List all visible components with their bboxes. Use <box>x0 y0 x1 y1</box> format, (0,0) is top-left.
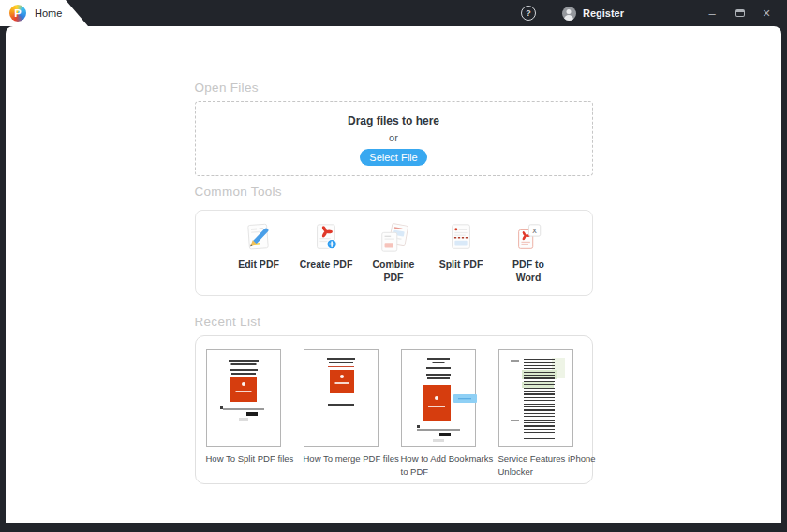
recent-thumbnail-merge-doc[interactable] <box>304 349 379 447</box>
combine-pdf-icon <box>375 222 412 254</box>
tool-label: Create PDF <box>300 258 353 271</box>
recent-item-label: How To Split PDF files <box>206 452 307 466</box>
tool-pdf-to-word[interactable]: x PDF to Word <box>501 222 556 295</box>
tab-home[interactable]: P Home <box>0 0 88 26</box>
recent-item[interactable]: How To merge PDF files <box>304 349 379 483</box>
app-logo-icon: P <box>9 5 26 22</box>
create-pdf-icon <box>307 222 345 254</box>
register-button[interactable]: Register <box>562 7 624 21</box>
maximize-button[interactable] <box>727 0 753 26</box>
tab-home-label: Home <box>35 7 62 19</box>
split-pdf-icon <box>442 222 480 254</box>
recent-thumbnail-toc-doc[interactable] <box>498 349 573 447</box>
maximize-icon <box>735 9 745 17</box>
open-files-title: Open Files <box>195 81 593 97</box>
or-text: or <box>389 132 398 143</box>
recent-item[interactable]: Service Features iPhone Unlocker <box>498 349 573 483</box>
titlebar: P Home ? Register – ✕ <box>0 0 787 26</box>
svg-text:x: x <box>532 226 537 235</box>
close-button[interactable]: ✕ <box>753 0 780 26</box>
recent-thumbnail-bookmarks-doc[interactable] <box>401 349 476 447</box>
main-panel: Open Files Drag files to here or Select … <box>6 26 781 523</box>
file-dropzone[interactable]: Drag files to here or Select File <box>195 101 593 176</box>
tool-label: Split PDF <box>439 258 483 271</box>
recent-item-label: How to Add Bookmarks to PDF <box>401 452 502 480</box>
tool-label: Edit PDF <box>238 258 279 271</box>
tool-edit-pdf[interactable]: Edit PDF <box>231 222 286 295</box>
recent-item-label: Service Features iPhone Unlocker <box>498 452 600 480</box>
tool-label: Combine PDF <box>366 258 421 284</box>
common-tools-title: Common Tools <box>195 185 593 201</box>
user-avatar-icon <box>562 7 576 21</box>
recent-thumbnail-split-doc[interactable] <box>206 349 281 447</box>
recent-list-title: Recent List <box>195 315 593 332</box>
tool-label: PDF to Word <box>501 258 556 284</box>
tool-split-pdf[interactable]: Split PDF <box>434 222 488 295</box>
tool-create-pdf[interactable]: Create PDF <box>299 222 353 295</box>
recent-list-grid: How To Split PDF files How To merge PDF … <box>195 335 593 484</box>
common-tools-grid: Edit PDF Create PDF Combine PDF Split PD… <box>195 210 593 296</box>
drag-files-text: Drag files to here <box>348 114 439 127</box>
select-file-button[interactable]: Select File <box>360 149 427 166</box>
recent-item-label: How To merge PDF files <box>304 452 405 466</box>
minimize-button[interactable]: – <box>699 0 725 26</box>
recent-item[interactable]: How to Add Bookmarks to PDF <box>401 349 476 483</box>
register-label: Register <box>583 7 624 19</box>
help-icon[interactable]: ? <box>521 6 536 21</box>
recent-item[interactable]: How To Split PDF files <box>206 349 281 483</box>
tool-combine-pdf[interactable]: Combine PDF <box>366 222 421 295</box>
pdf-to-word-icon: x <box>510 222 547 254</box>
edit-pdf-icon <box>240 222 277 254</box>
